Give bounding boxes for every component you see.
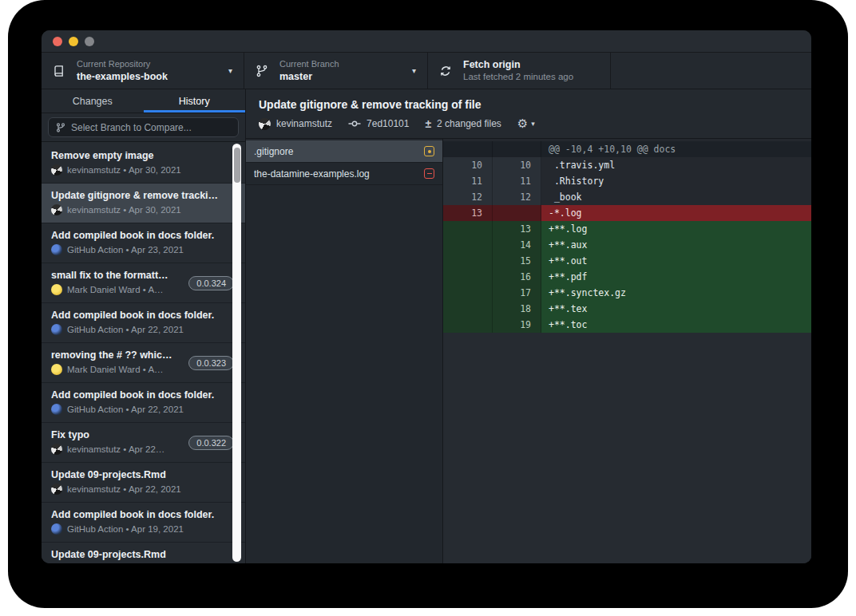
- diff-line-text: +**.toc: [541, 317, 811, 333]
- commit-icon: [348, 117, 361, 130]
- commit-meta: Mark Daniel Ward • A…: [67, 365, 164, 374]
- new-line-number: 19: [493, 317, 541, 333]
- current-repository-dropdown[interactable]: Current Repository the-examples-book ▾: [42, 53, 244, 89]
- scrollbar-thumb[interactable]: [234, 148, 240, 183]
- old-line-number: [443, 301, 493, 317]
- titlebar: [42, 30, 811, 53]
- diff-line[interactable]: 10 10 .travis.yml: [443, 157, 811, 173]
- deleted-icon: [424, 168, 434, 179]
- hunk-header-text: @@ -10,4 +10,10 @@ docs: [541, 141, 811, 157]
- changed-file-list: .gitignore the-datamine-examples.log: [246, 139, 443, 563]
- diff-line-text: +**.out: [541, 253, 811, 269]
- old-line-number: [443, 237, 493, 253]
- avatar: [259, 118, 271, 130]
- git-branch-icon: [256, 65, 270, 77]
- diff-line-added[interactable]: 17 +**.synctex.gz: [443, 285, 811, 301]
- diff-line[interactable]: 12 12 _book: [443, 189, 811, 205]
- close-button[interactable]: [53, 37, 62, 46]
- commit-meta: GitHub Action • Apr 23, 2021: [67, 245, 184, 255]
- diff-line-added[interactable]: 14 +**.aux: [443, 237, 811, 253]
- commit-list: Remove empty image kevinamstutz • Apr 30…: [42, 142, 245, 563]
- new-line-number: [493, 141, 541, 157]
- diff-line-added[interactable]: 19 +**.toc: [443, 317, 811, 333]
- avatar: [51, 404, 62, 415]
- fetch-label: Fetch origin: [463, 58, 573, 71]
- commit-row[interactable]: Add compiled book in docs folder. GitHub…: [42, 383, 245, 423]
- chevron-down-icon: ▾: [412, 66, 416, 75]
- tab-changes[interactable]: Changes: [42, 89, 144, 113]
- diff-view: @@ -10,4 +10,10 @@ docs 10 10 .travis.ym…: [443, 139, 811, 563]
- new-line-number: 14: [493, 237, 541, 253]
- avatar: [51, 244, 62, 255]
- changed-files-count: 2 changed files: [437, 118, 501, 129]
- commit-row[interactable]: small fix to the formatt… Mark Daniel Wa…: [42, 263, 245, 303]
- new-line-number: 13: [493, 221, 541, 237]
- current-branch-dropdown[interactable]: Current Branch master ▾: [244, 53, 428, 89]
- diff-line[interactable]: 11 11 .Rhistory: [443, 173, 811, 189]
- avatar: [51, 523, 62, 535]
- diff-line-text: +**.pdf: [541, 269, 811, 285]
- commit-detail-header: Update gitignore & remove tracking of fi…: [246, 89, 811, 139]
- diff-line-added[interactable]: 13 +**.log: [443, 221, 811, 237]
- compare-placeholder: Select Branch to Compare...: [71, 122, 192, 133]
- commit-meta: kevinamstutz • Apr 22, 2021: [67, 484, 181, 494]
- commit-row[interactable]: Update 09-projects.Rmd kevinamstutz • Ap…: [42, 463, 245, 503]
- commit-row[interactable]: Remove empty image kevinamstutz • Apr 30…: [42, 144, 245, 184]
- git-branch-icon: [56, 123, 65, 132]
- commit-sha[interactable]: 7ed10101: [367, 118, 409, 129]
- diff-line-removed[interactable]: 13 -*.log: [443, 205, 811, 221]
- new-line-number: 17: [493, 285, 541, 301]
- chevron-down-icon: ▾: [228, 66, 232, 75]
- commit-row[interactable]: Add compiled book in docs folder. GitHub…: [42, 503, 245, 543]
- modified-icon: [424, 146, 434, 156]
- commit-row[interactable]: Fix typo kevinamstutz • Apr 22… 0.0.322: [42, 423, 245, 463]
- diff-line-added[interactable]: 16 +**.pdf: [443, 269, 811, 285]
- diff-line-added[interactable]: 18 +**.tex: [443, 301, 811, 317]
- fetch-origin-button[interactable]: Fetch origin Last fetched 2 minutes ago: [428, 53, 611, 89]
- main-panel: Update gitignore & remove tracking of fi…: [246, 89, 811, 563]
- old-line-number: [443, 253, 493, 269]
- old-line-number: [443, 317, 493, 333]
- file-name: .gitignore: [254, 146, 418, 157]
- hunk-header-row: @@ -10,4 +10,10 @@ docs: [443, 141, 811, 157]
- commit-title: Update gitignore & remove tracki…: [51, 190, 234, 201]
- commit-author: kevinamstutz: [276, 118, 332, 129]
- version-badge: 0.0.322: [188, 436, 234, 450]
- old-line-number: 11: [443, 173, 493, 189]
- diff-line-text: +**.tex: [541, 301, 811, 317]
- commit-title: Add compiled book in docs folder.: [51, 389, 234, 401]
- diff-line-added[interactable]: 15 +**.out: [443, 253, 811, 269]
- file-row[interactable]: the-datamine-examples.log: [246, 163, 442, 185]
- diff-line-text: -*.log: [541, 205, 811, 221]
- commit-row[interactable]: Update 09-projects.Rmd: [42, 543, 245, 563]
- toolbar-spacer: [611, 53, 811, 89]
- diff-options-button[interactable]: ⚙ ▾: [517, 116, 535, 131]
- commit-title: Add compiled book in docs folder.: [51, 310, 234, 321]
- fetch-status: Last fetched 2 minutes ago: [463, 71, 573, 83]
- minimize-button[interactable]: [69, 37, 78, 46]
- branch-compare-input[interactable]: Select Branch to Compare...: [48, 117, 239, 137]
- commit-row[interactable]: removing the # ?? whic… Mark Daniel Ward…: [42, 343, 245, 383]
- scrollbar-track[interactable]: [232, 144, 241, 562]
- commit-row[interactable]: Add compiled book in docs folder. GitHub…: [42, 223, 245, 263]
- diff-line-text: +**.aux: [541, 237, 811, 253]
- avatar: [51, 444, 62, 455]
- zoom-button[interactable]: [85, 37, 94, 46]
- commit-meta: GitHub Action • Apr 22, 2021: [67, 405, 184, 414]
- compare-row: Select Branch to Compare...: [42, 113, 245, 142]
- avatar: [51, 204, 62, 215]
- commit-title: Remove empty image: [51, 150, 234, 161]
- diff-line-text: +**.synctex.gz: [541, 285, 811, 301]
- commit-title: Add compiled book in docs folder.: [51, 230, 234, 241]
- new-line-number: 11: [493, 173, 541, 189]
- commit-meta: GitHub Action • Apr 19, 2021: [67, 524, 184, 534]
- app-window: Current Repository the-examples-book ▾ C…: [42, 30, 811, 563]
- tab-history[interactable]: History: [144, 89, 246, 113]
- file-row-selected[interactable]: .gitignore: [246, 140, 442, 163]
- diff-line-text: _book: [541, 189, 811, 205]
- old-line-number: [443, 221, 493, 237]
- commit-row[interactable]: Add compiled book in docs folder. GitHub…: [42, 303, 245, 343]
- repo-book-icon: [53, 65, 67, 77]
- commit-meta: kevinamstutz • Apr 30, 2021: [67, 165, 181, 175]
- commit-row-selected[interactable]: Update gitignore & remove tracki… kevina…: [42, 184, 245, 223]
